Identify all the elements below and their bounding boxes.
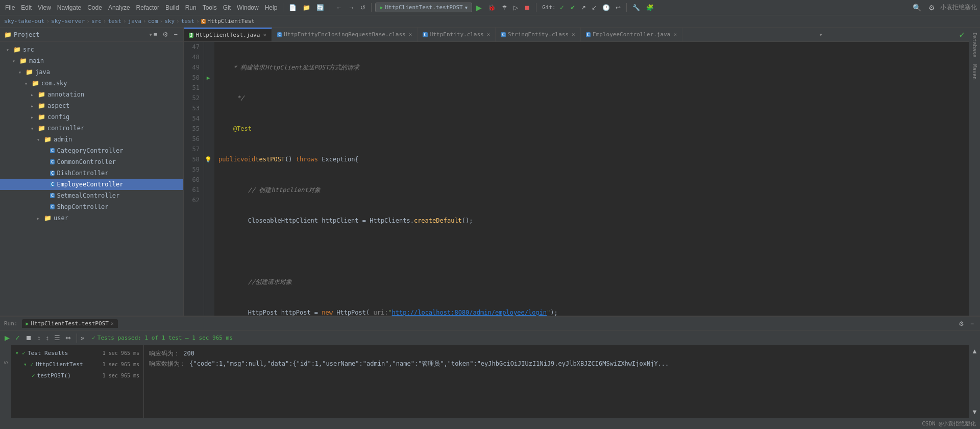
settings-btn-sidebar[interactable]: ⚙ [161,30,170,39]
run-again-btn[interactable]: ▶ [3,333,11,343]
tab-close-5[interactable]: × [673,31,677,38]
bc-item-0[interactable]: sky-take-out [4,18,44,25]
tree-item-user[interactable]: ▸ 📁 user [0,212,183,224]
menu-view[interactable]: View [36,3,53,12]
run-config-selector[interactable]: ▶ HttpClientTest.testPOST ▼ [375,3,472,12]
rerun-btn[interactable]: ✓ [13,333,22,343]
menu-edit[interactable]: Edit [19,3,34,12]
coverage-btn[interactable]: ☂ [500,3,509,12]
tree-item-admin[interactable]: ▾ 📁 admin [0,134,183,145]
run-config-tab[interactable]: ▶ HttpClientTest.testPOST × [22,319,118,328]
git-fetch-btn[interactable]: ↗ [579,3,588,12]
test-result-root[interactable]: ▾ ✓ Test Results 1 sec 965 ms [11,347,143,359]
bc-item-4[interactable]: java [128,18,142,25]
tree-item-annotation[interactable]: ▸ 📁 annotation [0,89,183,100]
bc-item-6[interactable]: sky [164,18,175,25]
plugins-btn[interactable]: 🧩 [644,3,656,12]
new-file-btn[interactable]: 📄 [287,3,299,12]
tree-item-java[interactable]: ▾ 📁 java [0,66,183,78]
tree-item-setmealcontroller[interactable]: ▸ C SetmealController [0,190,183,201]
scroll-down-btn[interactable]: ▼ [969,407,980,417]
tree-item-aspect[interactable]: ▸ 📁 aspect [0,100,183,111]
bc-item-7[interactable]: test [181,18,195,25]
git-commit-btn[interactable]: ✓ [557,3,567,12]
forward-btn[interactable]: → [346,3,356,12]
menu-code[interactable]: Code [85,3,104,12]
collapse-all-btn[interactable]: ≡ [152,30,159,39]
tab-httpentity-enclosing[interactable]: C HttpEntityEnclosingRequestBase.class × [272,28,418,42]
git-revert-btn[interactable]: ↩ [614,3,623,12]
tab-close-1[interactable]: × [263,32,266,38]
bc-item-2[interactable]: src [91,18,102,25]
bc-item-5[interactable]: com [148,18,158,25]
line-numbers: 47 48 49 50 51 52 53 54 55 56 57 58 59 6… [184,42,204,316]
tree-item-main[interactable]: ▾ 📁 main [0,55,183,66]
tab-employeecontroller[interactable]: C EmployeeController.java × [581,28,682,42]
menu-build[interactable]: Build [163,3,181,12]
tab-overflow-btn[interactable]: ▾ [816,31,825,38]
tab-close-3[interactable]: × [487,31,491,38]
tree-item-dishcontroller[interactable]: ▸ C DishController [0,168,183,179]
tree-item-shopcontroller[interactable]: ▸ C ShopController [0,201,183,212]
menu-help[interactable]: Help [263,3,280,12]
run-tab-close[interactable]: × [111,321,114,326]
menu-git[interactable]: Git [221,3,233,12]
sort-za-btn[interactable]: ↕ [44,333,51,343]
open-btn[interactable]: 📁 [301,3,312,12]
run-panel-settings-btn[interactable]: ⚙ [957,319,966,328]
prev-btn[interactable]: » [79,333,86,343]
git-history-btn[interactable]: 🕐 [600,3,612,12]
menu-analyze[interactable]: Analyze [106,3,132,12]
debug-btn[interactable]: 🐞 [486,3,498,12]
test-result-class[interactable]: ▾ ✓ HttpClientTest 1 sec 965 ms [11,359,143,370]
tree-item-comsky[interactable]: ▾ 📁 com.sky [0,78,183,89]
menu-navigate[interactable]: Navigate [55,3,83,12]
bc-item-3[interactable]: test [108,18,121,25]
tree-item-commoncontroller[interactable]: ▸ C CommonController [0,156,183,168]
git-update-btn[interactable]: ↙ [590,3,599,12]
code-editor[interactable]: 47 48 49 50 51 52 53 54 55 56 57 58 59 6… [184,42,969,316]
gutter-50[interactable]: ▶ [204,73,212,83]
stop-btn[interactable]: ⏹ [522,3,532,12]
tree-item-src[interactable]: ▾ 📁 src [0,44,183,55]
back-btn[interactable]: ← [334,3,344,12]
tab-close-4[interactable]: × [572,31,575,38]
structure-vtab[interactable]: S [1,347,10,378]
filter-btn[interactable]: ☰ [53,333,62,343]
bc-item-1[interactable]: sky-server [51,18,85,25]
stop-tests-btn[interactable]: ⏹ [24,333,34,343]
tab-httpclienttest[interactable]: J HttpClientTest.java × [184,28,272,42]
refresh-btn[interactable]: ↺ [358,3,368,12]
sort-az-btn[interactable]: ↕ [36,333,42,343]
minimize-sidebar-btn[interactable]: − [172,30,179,39]
tree-item-employeecontroller[interactable]: ▸ C EmployeeController [0,179,183,190]
search-btn[interactable]: 🔍 [911,3,923,13]
maven-panel-btn[interactable]: Maven [971,61,978,83]
menu-run[interactable]: Run [183,3,199,12]
settings-gear-btn[interactable]: ⚙ [926,3,937,13]
bc-item-active[interactable]: CHttpClientTest [201,18,255,25]
menu-tools[interactable]: Tools [201,3,219,12]
run-btn[interactable]: ▶ [474,3,484,13]
menu-file[interactable]: File [3,3,17,12]
tree-item-controller[interactable]: ▾ 📁 controller [0,123,183,134]
more-run-btn[interactable]: ▷ [511,3,520,12]
tab-close-2[interactable]: × [409,31,412,38]
git-push-btn[interactable]: ✔ [568,3,577,12]
menu-window[interactable]: Window [235,3,261,12]
tab-httpentity[interactable]: C HttpEntity.class × [418,28,496,42]
scroll-up-btn[interactable]: ▲ [969,346,980,356]
tree-item-config[interactable]: ▸ 📁 config [0,111,183,123]
code-line-48: */ [218,93,965,103]
run-panel-minimize-btn[interactable]: − [968,319,976,328]
settings-btn[interactable]: 🔧 [630,3,642,12]
database-panel-btn[interactable]: Database [971,30,978,60]
menu-refactor[interactable]: Refactor [134,3,161,12]
sync-btn[interactable]: 🔄 [314,3,326,12]
tree-item-categorycontroller[interactable]: ▸ C CategoryController [0,145,183,156]
tab-stringentity[interactable]: C StringEntity.class × [496,28,580,42]
git-label: Git: [542,4,556,11]
test-result-method[interactable]: ✓ testPOST() 1 sec 965 ms [11,370,143,381]
collapse-btn[interactable]: ⇔ [64,333,72,343]
code-content[interactable]: * 构建请求HttpClient发送POST方式的请求 */ @Test pub… [214,42,969,316]
